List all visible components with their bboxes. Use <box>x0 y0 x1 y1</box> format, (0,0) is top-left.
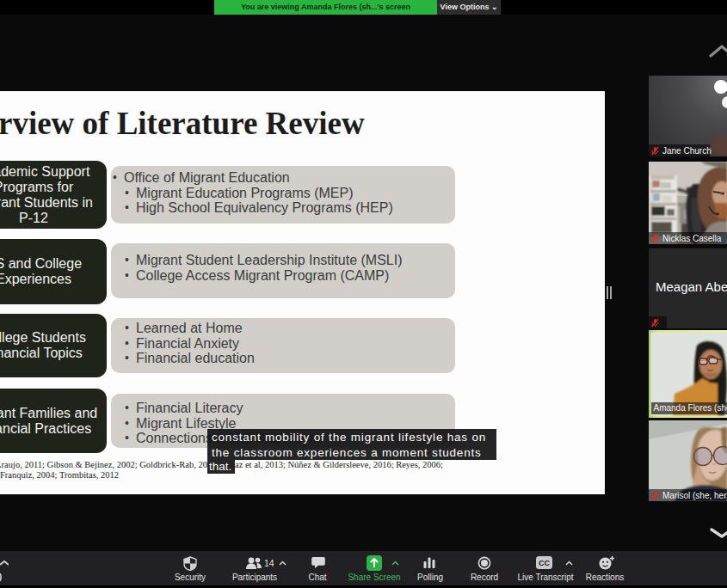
svg-text:CC: CC <box>539 559 550 567</box>
